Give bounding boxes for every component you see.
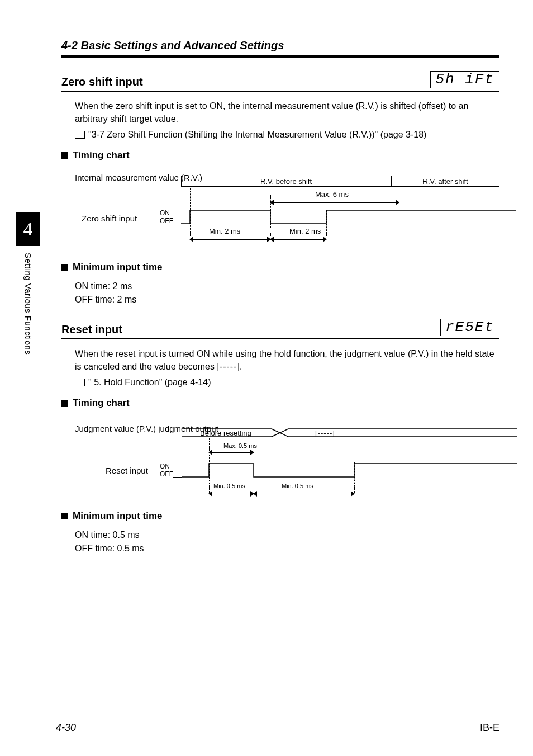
zero-min-input-title: Minimum input time — [73, 262, 163, 273]
brace-icon — [163, 171, 177, 191]
c2-lead — [173, 477, 182, 478]
zero-shift-title-row: Zero shift input 5h iFt — [61, 71, 499, 92]
c1-max-label: Max. 6 ms — [315, 190, 349, 199]
square-bullet-icon — [61, 152, 68, 159]
reset-min-input-title: Minimum input time — [73, 511, 163, 522]
footer-page-number: 4-30 — [56, 722, 76, 734]
reset-ref: " 5. Hold Function" (page 4-14) — [88, 377, 211, 388]
reset-timing-title: Timing chart — [73, 398, 130, 409]
c1-min-off-label: Min. 2 ms — [289, 227, 321, 235]
zero-min-values: ON time: 2 ms OFF time: 2 ms — [75, 280, 499, 306]
c1-lead — [173, 224, 181, 224]
book-icon — [75, 379, 85, 386]
zero-shift-title: Zero shift input — [61, 75, 143, 88]
side-tab: 4 Setting Various Functions — [16, 212, 40, 355]
c2-min-off-span — [254, 490, 354, 497]
c1-signal — [181, 209, 499, 225]
page-footer: 4-30 IB-E — [56, 722, 499, 734]
zero-shift-ref-row: "3-7 Zero Shift Function (Shifting the I… — [75, 130, 499, 140]
reset-min-values: ON time: 0.5 ms OFF time: 0.5 ms — [75, 528, 499, 555]
reset-intro: When the reset input is turned ON while … — [75, 347, 499, 373]
c2-signal-label: Reset input — [106, 466, 148, 475]
c2-dashes-label: [-----] — [315, 429, 335, 437]
zero-shift-timing-chart: Internal measurement value (R.V.) Zero s… — [75, 168, 499, 252]
zero-min-input-subhead: Minimum input time — [61, 262, 499, 273]
book-icon — [75, 131, 85, 139]
c1-min-on-span — [190, 236, 270, 243]
chapter-title-vertical: Setting Various Functions — [23, 253, 33, 355]
square-bullet-icon — [61, 400, 68, 407]
c1-min-on-label: Min. 2 ms — [209, 227, 240, 235]
c1-onoff: ON OFF — [160, 209, 173, 225]
reset-min-input-subhead: Minimum input time — [61, 511, 499, 522]
c2-max-label: Max. 0.5 ms — [223, 442, 257, 449]
zero-shift-ref: "3-7 Zero Shift Function (Shifting the I… — [88, 130, 426, 140]
reset-title-row: Reset input rE5Et — [61, 319, 499, 339]
square-bullet-icon — [61, 264, 68, 271]
c1-max-span — [270, 199, 399, 206]
zero-timing-title: Timing chart — [73, 150, 130, 161]
c2-max-span — [209, 449, 254, 456]
vdash — [399, 188, 399, 225]
zero-shift-segment-display: 5h iFt — [430, 71, 499, 88]
reset-title: Reset input — [61, 323, 122, 336]
c1-signal-label: Zero shift input — [82, 214, 137, 223]
chapter-number-badge: 4 — [16, 212, 40, 246]
reset-timing-subhead: Timing chart — [61, 398, 499, 409]
footer-doc-code: IB-E — [480, 722, 499, 734]
header-rule — [61, 55, 499, 58]
vdash — [326, 210, 327, 234]
c2-min-off-label: Min. 0.5 ms — [282, 483, 313, 489]
c2-onoff: ON OFF — [160, 462, 173, 479]
c2-min-on-label: Min. 0.5 ms — [213, 483, 245, 489]
zero-shift-intro: When the zero shift input is set to ON, … — [75, 100, 499, 125]
reset-segment-display: rE5Et — [440, 319, 499, 336]
square-bullet-icon — [61, 513, 68, 519]
c2-min-on-span — [209, 490, 254, 497]
section-header: 4-2 Basic Settings and Advanced Settings — [61, 39, 499, 52]
reset-timing-chart: Judgment value (P.V.) judgment output Re… — [75, 415, 499, 505]
c1-min-off-span — [270, 236, 326, 243]
c2-signal — [182, 462, 499, 478]
reset-ref-row: " 5. Hold Function" (page 4-14) — [75, 377, 499, 388]
zero-timing-subhead: Timing chart — [61, 150, 499, 161]
c1-timeline: R.V. before shift R.V. after shift — [181, 176, 499, 187]
c2-before-label: Before resetting — [200, 429, 251, 437]
